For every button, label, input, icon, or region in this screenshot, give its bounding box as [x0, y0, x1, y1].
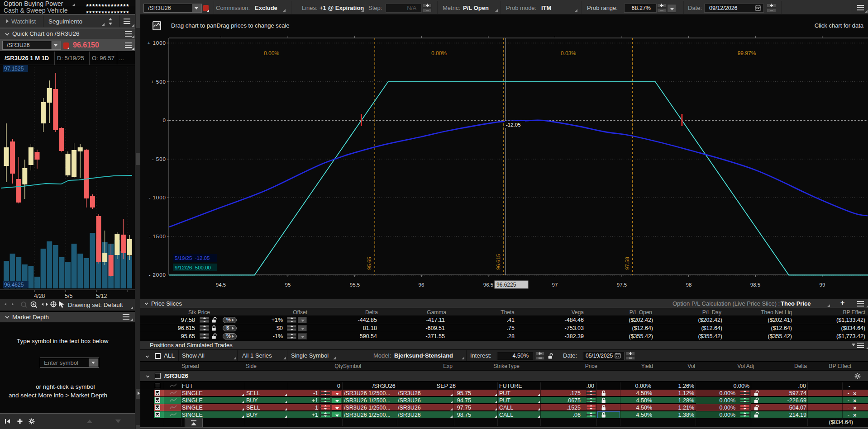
svg-text:- 2000: - 2000	[148, 272, 166, 278]
svg-text:0.00%: 0.00%	[431, 50, 447, 57]
svg-text:+ 500: + 500	[151, 79, 166, 85]
svg-text:96.5: 96.5	[483, 282, 493, 288]
svg-text:- 500: - 500	[152, 156, 166, 162]
svg-text:0: 0	[163, 118, 166, 123]
svg-text:94.5: 94.5	[216, 282, 226, 288]
svg-text:9/12/26 500.00: 9/12/26 500.00	[175, 265, 211, 270]
svg-text:99: 99	[820, 282, 825, 288]
svg-text:96.615: 96.615	[496, 254, 501, 270]
svg-text:- 1000: - 1000	[148, 195, 166, 200]
svg-text:98.5: 98.5	[750, 282, 760, 288]
svg-text:96: 96	[419, 282, 424, 288]
svg-text:98: 98	[686, 282, 692, 288]
svg-text:0.00%: 0.00%	[264, 50, 279, 57]
svg-text:- 1500: - 1500	[148, 234, 166, 239]
svg-text:95.5: 95.5	[350, 282, 360, 288]
svg-text:5/19/25 -12.05: 5/19/25 -12.05	[175, 255, 210, 261]
svg-text:97.58: 97.58	[625, 257, 630, 270]
svg-text:-12.05: -12.05	[506, 122, 521, 127]
svg-text:+ 1000: + 1000	[148, 40, 167, 46]
svg-text:0.03%: 0.03%	[561, 50, 576, 57]
svg-text:99.97%: 99.97%	[738, 50, 756, 57]
svg-text:95: 95	[285, 282, 291, 288]
svg-text:95.65: 95.65	[367, 257, 372, 270]
svg-text:96.6225: 96.6225	[496, 282, 516, 288]
svg-text:97.5: 97.5	[617, 282, 627, 288]
svg-text:97: 97	[552, 282, 558, 288]
